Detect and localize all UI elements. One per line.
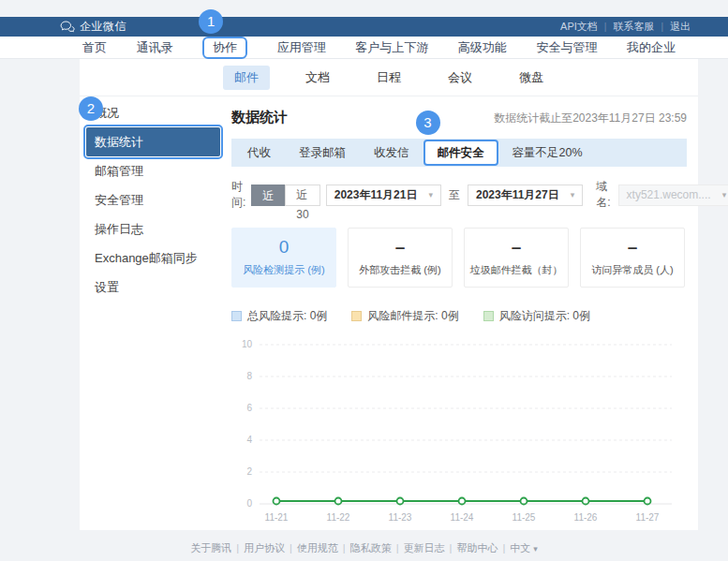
separator: | — [236, 542, 239, 554]
chevron-down-icon: ▾ — [533, 544, 538, 554]
top-header-bar: 企业微信 API文档 | 联系客服 | 退出 — [0, 17, 728, 37]
data-point — [645, 498, 651, 505]
module-tabs: 邮件 文档 日程 会议 微盘 — [80, 59, 698, 96]
stats-deadline: 数据统计截止至2023年11月27日 23:59 — [494, 111, 687, 126]
footer-link-changelog[interactable]: 更新日志 — [404, 542, 445, 554]
nav-item-customers[interactable]: 客户与上下游 — [355, 39, 428, 56]
separator: | — [604, 22, 607, 32]
nav-item-my-enterprise[interactable]: 我的企业 — [627, 39, 676, 56]
range-7days-button[interactable]: 近7天 — [251, 185, 285, 206]
nav-item-home[interactable]: 首页 — [82, 39, 107, 56]
sidebar-item-settings[interactable]: 设置 — [80, 273, 220, 302]
date-from-value: 2023年11月21日 — [334, 187, 418, 203]
footer-language-select[interactable]: 中文 ▾ — [510, 542, 538, 554]
legend-swatch-green — [483, 311, 494, 321]
data-point — [459, 498, 466, 505]
tab-calendar[interactable]: 日程 — [365, 66, 412, 90]
x-tick: 11-25 — [513, 512, 536, 523]
x-tick: 11-26 — [574, 512, 598, 523]
separator: | — [290, 542, 292, 554]
card-value: 0 — [279, 238, 290, 257]
y-tick: 0 — [246, 498, 252, 509]
x-tick: 11-24 — [451, 512, 474, 523]
nav-item-advanced-features[interactable]: 高级功能 — [458, 39, 507, 56]
legend-label: 风险邮件提示: 0例 — [367, 308, 458, 324]
contact-support-link[interactable]: 联系客服 — [613, 20, 654, 34]
chart-legend: 总风险提示: 0例 风险邮件提示: 0例 风险访问提示: 0例 — [231, 308, 687, 324]
wecom-logo-icon — [60, 21, 75, 33]
chevron-down-icon: ▾ — [571, 190, 575, 199]
date-to-select[interactable]: 2023年11月27日 ▾ — [468, 185, 583, 206]
main-header: 数据统计 数据统计截止至2023年11月27日 23:59 — [231, 108, 687, 126]
domain-select[interactable]: xty521.wecom.... ▾ — [618, 185, 728, 206]
y-tick: 8 — [246, 371, 252, 381]
stats-tab-low-capacity[interactable]: 容量不足20% — [498, 139, 597, 167]
sidebar-item-mailbox-management[interactable]: 邮箱管理 — [80, 156, 220, 185]
filter-row: 时间: 近7天 近30天 2023年11月21日 ▾ 至 2023年11月27日… — [231, 179, 687, 211]
x-tick: 11-22 — [327, 512, 350, 523]
annotation-step-3: 3 — [416, 111, 440, 135]
separator: | — [343, 542, 346, 554]
data-point — [397, 498, 404, 505]
legend-label: 总风险提示: 0例 — [247, 308, 327, 324]
tab-mail[interactable]: 邮件 — [223, 66, 270, 90]
tab-docs[interactable]: 文档 — [294, 66, 341, 90]
footer-link-help-center[interactable]: 帮助中心 — [456, 542, 498, 554]
brand-name: 企业微信 — [80, 19, 126, 35]
nav-item-contacts[interactable]: 通讯录 — [137, 39, 173, 56]
stats-tab-login-mailbox[interactable]: 登录邮箱 — [285, 139, 360, 167]
footer-link-user-agreement[interactable]: 用户协议 — [244, 542, 285, 554]
card-label: 访问异常成员 (人) — [591, 263, 673, 277]
legend-total-risk[interactable]: 总风险提示: 0例 — [231, 308, 327, 324]
separator: | — [502, 542, 505, 554]
stats-tab-mail-security[interactable]: 3 邮件安全 — [423, 140, 498, 166]
card-risk-detection[interactable]: 0 风险检测提示 (例) — [231, 228, 336, 288]
nav-item-app-management[interactable]: 应用管理 — [277, 39, 326, 56]
card-abnormal-members[interactable]: – 访问异常成员 (人) — [580, 228, 685, 288]
main-panel: 数据统计 数据统计截止至2023年11月27日 23:59 代收 登录邮箱 收发… — [220, 96, 698, 530]
legend-risk-mail[interactable]: 风险邮件提示: 0例 — [351, 308, 458, 324]
legend-swatch-yellow — [351, 311, 362, 321]
card-label: 外部攻击拦截 (例) — [359, 263, 440, 277]
range-30days-button[interactable]: 近30天 — [285, 185, 319, 206]
card-value: – — [628, 238, 638, 257]
stats-tab-mail-security-label: 邮件安全 — [438, 146, 484, 159]
date-from-select[interactable]: 2023年11月21日 ▾ — [326, 185, 441, 206]
card-value: – — [395, 238, 406, 257]
api-docs-link[interactable]: API文档 — [560, 20, 598, 34]
stats-tab-send-receive[interactable]: 收发信 — [360, 139, 423, 167]
legend-risk-access[interactable]: 风险访问提示: 0例 — [483, 308, 590, 324]
annotation-step-1: 1 — [199, 9, 223, 34]
sidebar-item-exchange-sync[interactable]: Exchange邮箱同步 — [80, 244, 220, 273]
card-value: – — [512, 238, 522, 257]
stats-tab-collection[interactable]: 代收 — [233, 139, 285, 167]
separator: | — [450, 542, 453, 554]
tab-meeting[interactable]: 会议 — [437, 66, 483, 90]
tab-drive[interactable]: 微盘 — [508, 66, 555, 90]
sidebar-item-operation-log[interactable]: 操作日志 — [80, 214, 220, 244]
logout-link[interactable]: 退出 — [670, 20, 691, 34]
legend-label: 风险访问提示: 0例 — [499, 308, 590, 324]
y-tick: 10 — [242, 339, 253, 349]
footer-link-usage-rules[interactable]: 使用规范 — [297, 542, 338, 554]
card-external-attack[interactable]: – 外部攻击拦截 (例) — [348, 228, 453, 288]
top-right-links: API文档 | 联系客服 | 退出 — [560, 20, 691, 34]
sidebar-item-security-management[interactable]: 安全管理 — [80, 185, 220, 214]
footer-link-privacy[interactable]: 隐私政策 — [350, 542, 392, 554]
sidebar-item-statistics[interactable]: 数据统计 — [86, 127, 220, 156]
wecom-brand[interactable]: 企业微信 — [60, 19, 126, 35]
footer-links: 关于腾讯|用户协议|使用规范|隐私政策|更新日志|帮助中心|中文 ▾ — [0, 541, 728, 555]
x-tick: 11-21 — [265, 512, 289, 523]
separator: | — [661, 22, 663, 32]
footer-link-about[interactable]: 关于腾讯 — [190, 542, 231, 554]
nav-item-security-management[interactable]: 安全与管理 — [536, 39, 597, 56]
legend-swatch-blue — [231, 311, 242, 321]
nav-item-collaboration[interactable]: 协作 — [213, 40, 237, 54]
data-point — [335, 498, 342, 505]
card-spam-blocked[interactable]: – 垃圾邮件拦截（封） — [464, 228, 569, 288]
separator: | — [396, 542, 399, 554]
content-row: 2 概况 数据统计 邮箱管理 安全管理 操作日志 Exchange邮箱同步 设置… — [80, 96, 698, 530]
stats-tabbar: 代收 登录邮箱 收发信 3 邮件安全 容量不足20% — [231, 139, 687, 167]
stat-cards: 0 风险检测提示 (例) – 外部攻击拦截 (例) – 垃圾邮件拦截（封） – … — [231, 228, 687, 288]
data-point — [583, 498, 589, 505]
